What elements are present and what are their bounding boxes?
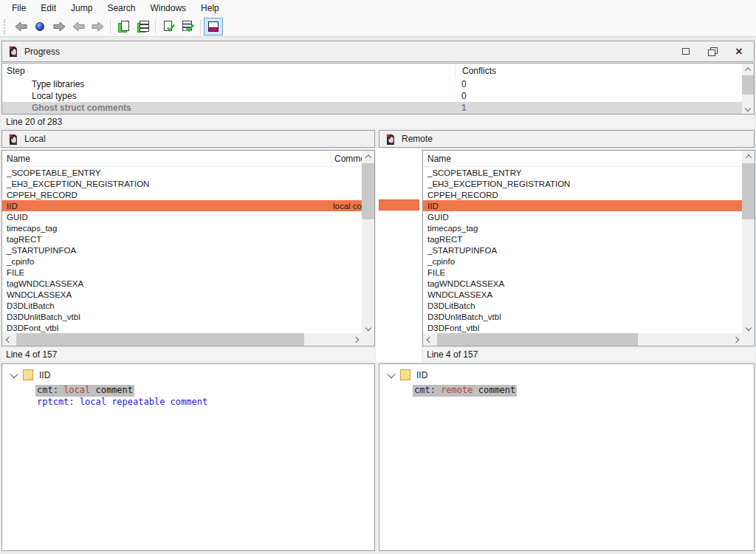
comment-line[interactable]: cmt: local comment — [35, 385, 134, 397]
scrollbar-corner — [362, 333, 374, 346]
list-item[interactable]: WNDCLASSEXA — [2, 289, 362, 300]
scroll-thumb[interactable] — [16, 333, 304, 346]
conflict-marker[interactable] — [379, 199, 419, 211]
column-header-step[interactable]: Step — [2, 66, 455, 76]
list-item[interactable]: _cpinfo — [423, 256, 742, 267]
list-item[interactable]: D3DLitBatch — [2, 300, 362, 311]
scroll-right-button[interactable] — [729, 333, 742, 346]
list-item[interactable]: _SCOPETABLE_ENTRY — [423, 167, 742, 178]
list-item[interactable]: D3DFont_vtbl — [2, 322, 362, 333]
menu-item-search[interactable]: Search — [100, 0, 142, 16]
list-item[interactable]: D3DUnlitBatch_vtbl — [423, 311, 742, 322]
remote-titlebar[interactable]: Remote — [379, 130, 755, 148]
scroll-up-button[interactable] — [742, 151, 755, 162]
remote-status-text: Line 4 of 157 — [427, 349, 478, 360]
step-label: Ghost struct comments — [2, 103, 455, 113]
list-item[interactable]: CPPEH_RECORD — [423, 189, 742, 200]
local-tree-node[interactable]: IID — [2, 364, 374, 383]
scroll-thumb[interactable] — [742, 75, 754, 95]
column-header-conflicts[interactable]: Conflicts — [455, 64, 742, 78]
column-header-name[interactable]: Name — [423, 154, 742, 164]
scroll-up-button[interactable] — [362, 151, 374, 162]
next-conflict-button[interactable] — [88, 18, 107, 35]
list-item[interactable]: FILE — [423, 267, 742, 278]
local-horizontal-scrollbar[interactable] — [2, 333, 362, 346]
comment-line[interactable]: rptcmt: local repeatable comment — [35, 397, 209, 408]
column-header-name[interactable]: Name — [2, 154, 331, 164]
local-titlebar[interactable]: Local — [1, 130, 375, 148]
maximize-button[interactable] — [681, 47, 691, 57]
local-status-text: Line 4 of 157 — [6, 349, 57, 360]
type-name: _EH3_EXCEPTION_REGISTRATION — [2, 179, 331, 188]
struct-folder-icon — [400, 369, 410, 380]
local-vertical-scrollbar[interactable] — [362, 151, 374, 333]
arrow-right-icon — [53, 21, 66, 32]
step-row[interactable]: Ghost struct comments1 — [2, 102, 742, 114]
toolbar-grip[interactable] — [4, 19, 7, 34]
list-item[interactable]: GUID — [2, 211, 362, 222]
progress-titlebar[interactable]: Progress × — [1, 41, 755, 62]
step-row[interactable]: Type libraries0 — [2, 78, 742, 90]
menu-item-windows[interactable]: Windows — [142, 0, 193, 16]
list-item[interactable]: IID — [423, 200, 742, 211]
remote-vertical-scrollbar[interactable] — [742, 151, 755, 333]
list-item[interactable]: _STARTUPINFOA — [423, 244, 742, 256]
list-item[interactable]: timecaps_tag — [423, 222, 742, 233]
scroll-thumb[interactable] — [742, 163, 755, 219]
step-row[interactable]: Local types0 — [2, 90, 742, 102]
split-view-toggle-button[interactable] — [204, 18, 223, 35]
list-item[interactable]: _EH3_EXCEPTION_REGISTRATION — [423, 178, 742, 189]
use-local-file-button[interactable] — [114, 18, 133, 35]
list-item[interactable]: _cpinfo — [2, 256, 362, 267]
list-item[interactable]: GUID — [423, 211, 742, 222]
list-item[interactable]: D3DUnlitBatch_vtbl — [2, 311, 362, 322]
list-item[interactable]: FILE — [2, 267, 362, 278]
menu-item-jump[interactable]: Jump — [63, 0, 100, 16]
restore-icon — [708, 47, 717, 55]
nav-forward-button[interactable] — [49, 18, 69, 35]
scroll-down-button[interactable] — [742, 103, 754, 114]
remote-list-header: Name — [423, 151, 742, 167]
scroll-right-button[interactable] — [349, 333, 362, 346]
scroll-thumb[interactable] — [362, 163, 374, 219]
restore-button[interactable] — [707, 47, 718, 57]
menu-item-file[interactable]: File — [4, 0, 33, 16]
close-button[interactable]: × — [734, 47, 744, 57]
list-item[interactable]: _STARTUPINFOA — [2, 244, 362, 256]
chevron-down-icon[interactable] — [10, 369, 18, 377]
comment-line[interactable]: cmt: remote comment — [413, 385, 517, 397]
list-item[interactable]: timecaps_tag — [2, 222, 362, 233]
steps-vertical-scrollbar[interactable] — [742, 64, 754, 114]
accept-file-button[interactable] — [159, 18, 178, 35]
column-header-comment[interactable]: Comment — [331, 154, 362, 164]
use-local-database-button[interactable] — [133, 18, 152, 35]
chevron-down-icon[interactable] — [387, 369, 395, 377]
scroll-down-button[interactable] — [362, 322, 374, 333]
list-item[interactable]: tagRECT — [2, 233, 362, 244]
list-item[interactable]: D3DFont_vtbl — [423, 322, 742, 333]
list-item[interactable]: WNDCLASSEXA — [423, 289, 742, 300]
accept-database-button[interactable] — [178, 18, 197, 35]
remote-tree-node[interactable]: IID — [379, 364, 754, 383]
scroll-down-button[interactable] — [742, 322, 755, 333]
scroll-thumb[interactable] — [437, 333, 638, 346]
list-item[interactable]: _SCOPETABLE_ENTRY — [2, 167, 362, 178]
prev-conflict-button[interactable] — [69, 18, 88, 35]
list-item[interactable]: tagRECT — [423, 233, 742, 244]
list-item[interactable]: IIDlocal comment — [2, 200, 362, 211]
scroll-up-button[interactable] — [742, 64, 754, 75]
list-item[interactable]: D3DLitBatch — [423, 300, 742, 311]
menu-item-edit[interactable]: Edit — [33, 0, 63, 16]
type-name: _cpinfo — [423, 257, 742, 266]
list-item[interactable]: tagWNDCLASSEXA — [423, 278, 742, 289]
chevron-down-icon — [365, 324, 371, 330]
list-item[interactable]: CPPEH_RECORD — [2, 189, 362, 200]
menu-item-help[interactable]: Help — [193, 0, 227, 16]
nav-back-button[interactable] — [11, 18, 30, 35]
scroll-left-button[interactable] — [423, 333, 436, 346]
list-item[interactable]: tagWNDCLASSEXA — [2, 278, 362, 289]
remote-horizontal-scrollbar[interactable] — [423, 333, 742, 346]
scroll-left-button[interactable] — [2, 333, 15, 346]
nav-origin-button[interactable] — [30, 18, 49, 35]
list-item[interactable]: _EH3_EXCEPTION_REGISTRATION — [2, 178, 362, 189]
